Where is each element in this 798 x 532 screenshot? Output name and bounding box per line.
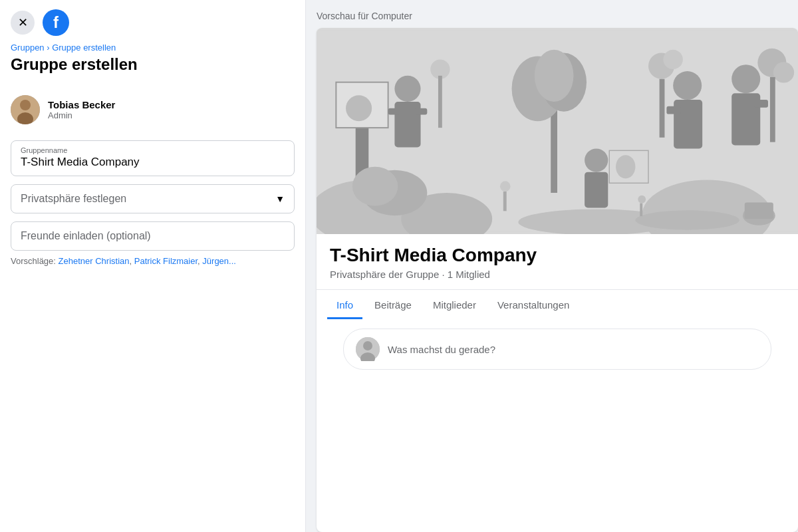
svg-point-9 <box>346 95 372 121</box>
svg-point-22 <box>585 148 608 172</box>
svg-rect-39 <box>745 203 773 219</box>
suggestions-prefix: Vorschläge: <box>11 256 59 266</box>
svg-rect-13 <box>414 108 428 115</box>
close-icon: ✕ <box>18 15 28 30</box>
user-info: Tobias Becker Admin <box>0 84 305 135</box>
svg-point-47 <box>363 341 372 350</box>
group-tabs: Info Beiträge Mitglieder Veranstaltungen <box>327 290 787 322</box>
svg-point-21 <box>535 50 574 102</box>
svg-point-26 <box>673 71 702 100</box>
avatar <box>11 95 40 124</box>
svg-rect-15 <box>438 76 442 128</box>
breadcrumb-current: Gruppe erstellen <box>52 43 116 53</box>
facebook-logo: f <box>43 9 69 36</box>
svg-rect-34 <box>753 100 768 108</box>
breadcrumb-groups-link[interactable]: Gruppen <box>11 43 45 53</box>
tab-info[interactable]: Info <box>327 293 362 319</box>
breadcrumb: Gruppen › Gruppe erstellen <box>0 43 305 55</box>
svg-rect-12 <box>388 108 402 115</box>
group-name-label: Gruppenname <box>21 146 285 154</box>
post-box[interactable]: Was machst du gerade? <box>343 329 771 370</box>
tab-mitglieder[interactable]: Mitglieder <box>424 293 485 319</box>
tab-beitraege[interactable]: Beiträge <box>365 293 421 319</box>
user-details: Tobias Becker Admin <box>48 99 115 120</box>
preview-card: T-Shirt Media Company Privatsphäre der G… <box>317 28 798 532</box>
post-placeholder: Was machst du gerade? <box>388 344 495 355</box>
right-panel: Vorschau für Computer <box>306 0 798 532</box>
suggestion-2[interactable]: Patrick Filzmaier <box>134 256 198 266</box>
preview-label: Vorschau für Computer <box>317 11 798 21</box>
privacy-label: Privatsphäre festlegen <box>21 193 126 205</box>
top-bar: ✕ f <box>0 0 305 43</box>
privacy-select[interactable]: Privatsphäre festlegen ▼ <box>11 184 295 213</box>
svg-rect-28 <box>666 106 681 114</box>
group-meta: Privatsphäre der Gruppe · 1 Mitglied <box>330 269 785 280</box>
chevron-down-icon: ▼ <box>275 194 285 204</box>
suggestion-3[interactable]: Jürgen... <box>202 256 236 266</box>
suggestion-1[interactable]: Zehetner Christian <box>59 256 130 266</box>
svg-point-1 <box>20 100 31 110</box>
post-avatar <box>356 337 380 361</box>
cover-illustration <box>317 28 798 234</box>
svg-rect-45 <box>640 203 642 217</box>
svg-rect-37 <box>770 77 775 142</box>
page-title: Gruppe erstellen <box>0 55 305 84</box>
left-panel: ✕ f Gruppen › Gruppe erstellen Gruppe er… <box>0 0 306 532</box>
svg-point-36 <box>773 62 794 82</box>
close-button[interactable]: ✕ <box>11 11 35 35</box>
svg-point-32 <box>732 65 760 93</box>
svg-rect-43 <box>503 192 507 211</box>
group-name-input-group[interactable]: Gruppenname <box>11 140 295 176</box>
svg-point-41 <box>635 210 739 229</box>
invite-input[interactable]: Freunde einladen (optional) <box>11 221 295 251</box>
group-name-input[interactable] <box>21 156 285 169</box>
group-info-section: T-Shirt Media Company Privatsphäre der G… <box>317 234 798 370</box>
tab-veranstaltungen[interactable]: Veranstaltungen <box>488 293 579 319</box>
suggestions: Vorschläge: Zehetner Christian, Patrick … <box>0 256 305 266</box>
svg-point-42 <box>500 181 511 192</box>
group-title: T-Shirt Media Company <box>330 245 785 266</box>
post-avatar-icon <box>356 337 380 361</box>
svg-point-30 <box>663 50 682 69</box>
user-name: Tobias Becker <box>48 99 115 110</box>
svg-rect-31 <box>660 79 665 138</box>
svg-point-44 <box>638 196 646 203</box>
svg-point-10 <box>394 76 420 102</box>
svg-point-25 <box>616 155 635 178</box>
svg-rect-23 <box>585 172 608 208</box>
invite-label: Freunde einladen (optional) <box>21 230 151 241</box>
svg-point-17 <box>352 167 398 206</box>
avatar-image <box>11 95 40 124</box>
form-area: Gruppenname Privatsphäre festlegen ▼ Fre… <box>0 135 305 256</box>
cover-image <box>317 28 798 234</box>
user-role: Admin <box>48 110 115 120</box>
